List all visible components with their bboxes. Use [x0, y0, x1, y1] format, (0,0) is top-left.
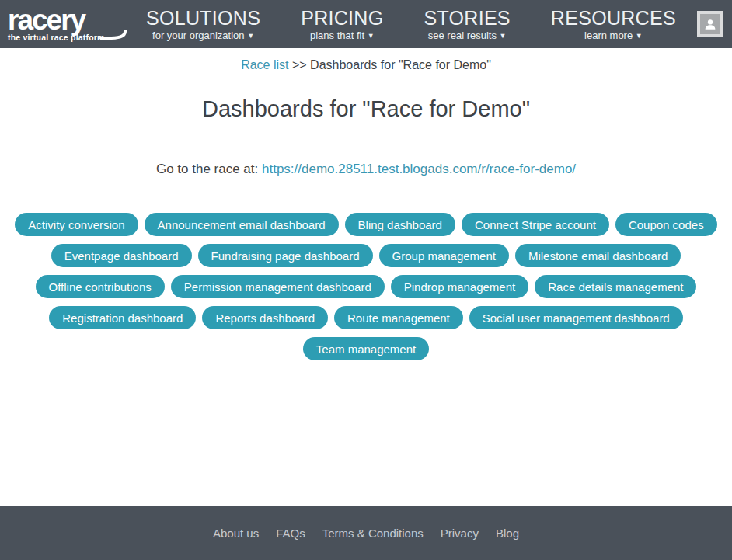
dashboard-button-milestone-email-dashboard[interactable]: Milestone email dashboard [515, 244, 681, 267]
chevron-down-icon: ▼ [247, 32, 254, 40]
page-content: Race list >> Dashboards for "Race for De… [0, 48, 732, 506]
dashboard-button-bling-dashboard[interactable]: Bling dashboard [345, 213, 455, 236]
race-link-line: Go to the race at: https://demo.28511.te… [0, 162, 732, 177]
dashboard-button-group-management[interactable]: Group management [379, 244, 509, 267]
nav-item-sublabel: learn more ▼ [551, 30, 676, 41]
chevron-down-icon: ▼ [500, 32, 507, 40]
dashboard-button-row: Offline contributionsPermission manageme… [36, 275, 697, 298]
nav-item-label: RESOURCES [551, 7, 676, 30]
nav-item-sublabel-text: for your organization [152, 30, 245, 41]
dashboard-button-fundraising-page-dashboard[interactable]: Fundraising page dashboard [198, 244, 373, 267]
logo-swoosh-icon [99, 30, 127, 42]
nav-item-sublabel: see real results ▼ [424, 30, 510, 41]
race-url-link[interactable]: https://demo.28511.test.blogads.com/r/ra… [262, 162, 576, 176]
nav-item-label: SOLUTIONS [146, 7, 260, 30]
nav-item-sublabel-text: learn more [584, 30, 633, 41]
nav-item-pricing[interactable]: PRICINGplans that fit ▼ [301, 7, 383, 42]
footer-link-faqs[interactable]: FAQs [276, 527, 305, 540]
footer-link-blog[interactable]: Blog [496, 527, 519, 540]
race-link-label: Go to the race at: [156, 162, 262, 176]
nav-item-sublabel-text: see real results [428, 30, 497, 41]
page-title: Dashboards for "Race for Demo" [0, 96, 732, 122]
top-navbar: racery the virtual race platform SOLUTIO… [0, 0, 732, 48]
dashboard-button-connect-stripe-account[interactable]: Connect Stripe account [462, 213, 609, 236]
dashboard-buttons: Activity conversionAnnouncement email da… [0, 213, 732, 360]
dashboard-button-registration-dashboard[interactable]: Registration dashboard [49, 306, 196, 329]
dashboard-button-announcement-email-dashboard[interactable]: Announcement email dashboard [145, 213, 339, 236]
dashboard-button-coupon-codes[interactable]: Coupon codes [615, 213, 717, 236]
dashboard-button-pindrop-management[interactable]: Pindrop management [391, 275, 528, 298]
nav-item-label: STORIES [424, 7, 510, 30]
dashboard-button-permission-management-dashboard[interactable]: Permission management dashboard [171, 275, 385, 298]
dashboard-button-row: Eventpage dashboardFundraising page dash… [51, 244, 681, 267]
nav-item-label: PRICING [301, 7, 383, 30]
dashboard-button-social-user-management-dashboard[interactable]: Social user management dashboard [469, 306, 683, 329]
dashboard-button-row: Team management [303, 337, 429, 360]
footer: About usFAQsTerms & ConditionsPrivacyBlo… [0, 506, 732, 560]
racery-logo[interactable]: racery the virtual race platform [8, 6, 126, 42]
breadcrumb: Race list >> Dashboards for "Race for De… [0, 48, 732, 72]
footer-link-privacy[interactable]: Privacy [441, 527, 479, 540]
nav-item-sublabel-text: plans that fit [310, 30, 364, 41]
nav-item-solutions[interactable]: SOLUTIONSfor your organization ▼ [146, 7, 260, 42]
chevron-down-icon: ▼ [368, 32, 375, 40]
chevron-down-icon: ▼ [636, 32, 643, 40]
dashboard-button-activity-conversion[interactable]: Activity conversion [15, 213, 138, 236]
nav-item-stories[interactable]: STORIESsee real results ▼ [424, 7, 510, 42]
user-avatar-icon [700, 14, 720, 34]
nav-item-sublabel: plans that fit ▼ [301, 30, 383, 41]
dashboard-button-team-management[interactable]: Team management [303, 337, 429, 360]
nav-item-sublabel: for your organization ▼ [146, 30, 260, 41]
dashboard-button-reports-dashboard[interactable]: Reports dashboard [202, 306, 328, 329]
breadcrumb-separator: >> [292, 58, 310, 71]
footer-link-about-us[interactable]: About us [213, 527, 259, 540]
dashboard-button-row: Activity conversionAnnouncement email da… [15, 213, 716, 236]
footer-link-terms-conditions[interactable]: Terms & Conditions [322, 527, 424, 540]
nav-item-resources[interactable]: RESOURCESlearn more ▼ [551, 7, 676, 42]
dashboard-button-row: Registration dashboardReports dashboardR… [49, 306, 682, 329]
dashboard-button-eventpage-dashboard[interactable]: Eventpage dashboard [51, 244, 192, 267]
breadcrumb-current: Dashboards for "Race for Demo" [310, 58, 491, 71]
main-nav: SOLUTIONSfor your organization ▼PRICINGp… [146, 7, 676, 42]
breadcrumb-race-list-link[interactable]: Race list [241, 58, 288, 71]
dashboard-button-route-management[interactable]: Route management [334, 306, 463, 329]
dashboard-button-offline-contributions[interactable]: Offline contributions [36, 275, 165, 298]
user-account-button[interactable] [697, 11, 723, 37]
dashboard-button-race-details-management[interactable]: Race details management [535, 275, 696, 298]
